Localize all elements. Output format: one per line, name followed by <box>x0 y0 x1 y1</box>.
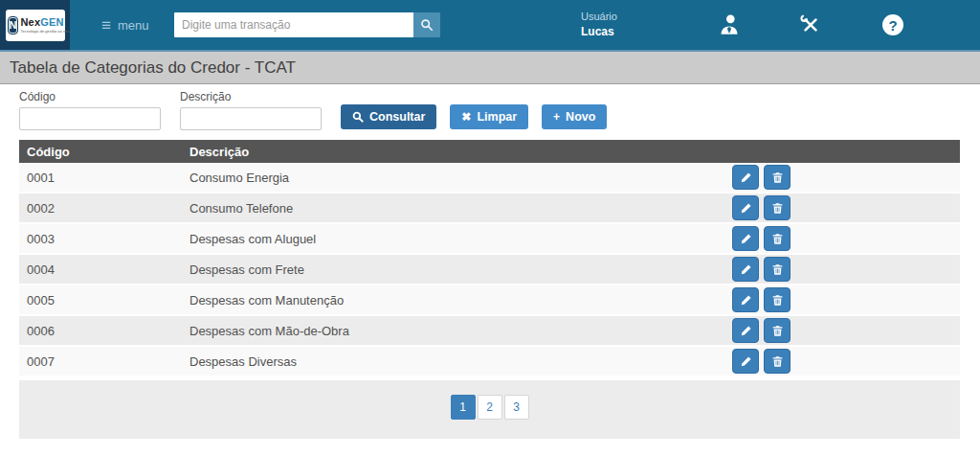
settings-button[interactable] <box>791 0 830 50</box>
page-button-3[interactable]: 3 <box>504 395 529 420</box>
cell-descricao: Despesas com Mão-de-Obra <box>189 324 732 338</box>
edit-button[interactable] <box>732 165 759 190</box>
table-row: 0003 Despesas com Aluguel <box>19 224 960 255</box>
column-header-codigo: Código <box>19 145 189 159</box>
cell-descricao: Despesas com Aluguel <box>189 232 732 246</box>
delete-button[interactable] <box>764 287 791 312</box>
trash-icon <box>771 171 784 184</box>
help-button[interactable]: ? <box>874 0 912 50</box>
trash-icon <box>771 263 784 276</box>
page-button-2[interactable]: 2 <box>478 395 502 420</box>
pencil-icon <box>740 171 752 184</box>
descricao-label: Descrição <box>180 90 322 103</box>
novo-button[interactable]: + Novo <box>542 104 607 129</box>
edit-button[interactable] <box>732 318 759 343</box>
search-button[interactable] <box>413 12 440 37</box>
table-header: Código Descrição <box>19 140 960 163</box>
trash-icon <box>771 294 784 307</box>
pencil-icon <box>740 233 752 245</box>
cell-codigo: 0004 <box>19 262 189 277</box>
cell-codigo: 0001 <box>19 171 189 185</box>
nexgen-n-icon: N <box>9 17 18 34</box>
categories-table: Código Descrição 0001 Consumo Energia <box>19 140 960 377</box>
cell-codigo: 0006 <box>19 324 189 338</box>
table-row: 0006 Despesas com Mão-de-Obra <box>19 316 960 347</box>
menu-label: menu <box>118 18 149 33</box>
profile-button[interactable] <box>710 0 748 50</box>
pencil-icon <box>740 294 752 307</box>
cell-codigo: 0007 <box>19 354 189 369</box>
table-row: 0002 Consumo Telefone <box>19 194 960 224</box>
menu-button[interactable]: ≡ menu <box>101 0 148 50</box>
x-icon: ✖ <box>461 111 471 123</box>
consultar-button[interactable]: Consultar <box>341 104 436 129</box>
limpar-button[interactable]: ✖ Limpar <box>450 104 528 129</box>
search-icon <box>420 18 434 32</box>
transaction-search <box>174 12 440 37</box>
table-row: 0007 Despesas Diversas <box>19 347 960 377</box>
edit-button[interactable] <box>732 349 759 374</box>
page-button-1[interactable]: 1 <box>451 395 476 420</box>
pagination: 123 <box>451 395 529 420</box>
logo-tagline: Tecnologia de gestão ao seu alcance <box>20 30 72 34</box>
cell-descricao: Despesas com Frete <box>189 262 732 277</box>
logo-brand-text: NexGEN <box>20 17 72 28</box>
hamburger-icon: ≡ <box>101 17 111 34</box>
pencil-icon <box>740 355 752 368</box>
tools-icon <box>799 13 822 36</box>
pencil-icon <box>740 263 752 276</box>
trash-icon <box>771 202 784 215</box>
logo-area[interactable]: N NexGEN Tecnologia de gestão ao seu alc… <box>0 0 70 50</box>
search-input[interactable] <box>174 12 413 37</box>
descricao-input[interactable] <box>180 107 322 130</box>
pencil-icon <box>740 325 752 337</box>
table-row: 0004 Despesas com Frete <box>19 255 960 285</box>
delete-button[interactable] <box>764 318 791 343</box>
edit-button[interactable] <box>732 226 759 251</box>
cell-codigo: 0003 <box>19 232 189 246</box>
delete-button[interactable] <box>764 195 791 220</box>
pagination-band: 123 <box>19 380 960 439</box>
search-icon <box>352 111 364 123</box>
delete-button[interactable] <box>764 165 791 190</box>
nexgen-logo: N NexGEN Tecnologia de gestão ao seu alc… <box>6 10 65 41</box>
filter-section: Código Descrição Consultar ✖ Limpar + No… <box>0 84 980 140</box>
codigo-input[interactable] <box>19 107 161 130</box>
codigo-label: Código <box>19 90 161 103</box>
page-title: Tabela de Categorias do Credor - TCAT <box>10 58 296 78</box>
cell-descricao: Consumo Energia <box>189 171 732 185</box>
person-icon <box>717 12 742 37</box>
trash-icon <box>771 325 784 337</box>
cell-descricao: Despesas Diversas <box>189 354 732 369</box>
user-label: Usuário <box>581 10 617 24</box>
column-header-descricao: Descrição <box>189 145 732 159</box>
delete-button[interactable] <box>764 257 791 282</box>
top-bar: N NexGEN Tecnologia de gestão ao seu alc… <box>0 0 980 50</box>
trash-icon <box>771 355 784 368</box>
cell-descricao: Despesas com Manutenção <box>189 293 732 308</box>
page-title-bar: Tabela de Categorias do Credor - TCAT <box>0 50 980 84</box>
table-row: 0005 Despesas com Manutenção <box>19 285 960 316</box>
edit-button[interactable] <box>732 257 759 282</box>
delete-button[interactable] <box>764 349 791 374</box>
cell-codigo: 0002 <box>19 201 189 216</box>
cell-codigo: 0005 <box>19 293 189 308</box>
table-row: 0001 Consumo Energia <box>19 163 960 194</box>
edit-button[interactable] <box>732 195 759 220</box>
trash-icon <box>771 233 784 245</box>
delete-button[interactable] <box>764 226 791 251</box>
pencil-icon <box>740 202 752 215</box>
cell-descricao: Consumo Telefone <box>189 201 732 216</box>
user-info[interactable]: Usuário Lucas <box>581 10 617 39</box>
table-body: 0001 Consumo Energia <box>19 163 960 377</box>
user-name: Lucas <box>581 24 617 39</box>
edit-button[interactable] <box>732 287 759 312</box>
plus-icon: + <box>553 111 560 123</box>
help-icon: ? <box>882 14 903 35</box>
